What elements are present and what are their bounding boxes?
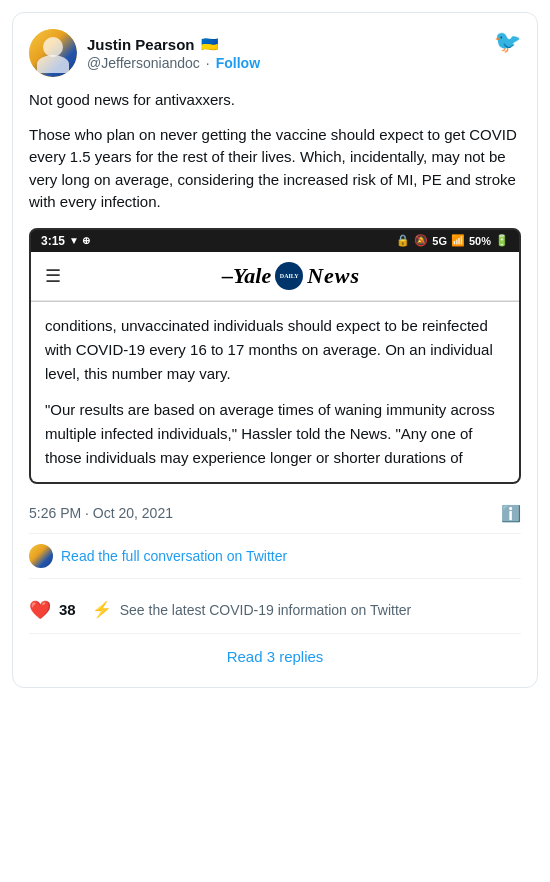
hamburger-menu-icon[interactable]: ☰ — [45, 265, 61, 287]
signal-bars-icon: 📶 — [451, 234, 465, 247]
yale-text: –Yale — [222, 263, 271, 289]
tweet-meta: 5:26 PM · Oct 20, 2021 ℹ️ — [29, 496, 521, 523]
news-text: News — [307, 263, 360, 289]
phone-screenshot: 3:15 ▼ ⊕ 🔒 🔕 5G 📶 50% 🔋 ☰ –Yale DAILY — [29, 228, 521, 484]
phone-content: ☰ –Yale DAILY News conditions, unvaccina… — [31, 252, 519, 482]
tweet-timestamp: 5:26 PM · Oct 20, 2021 — [29, 505, 173, 521]
mute-icon: 🔕 — [414, 234, 428, 247]
ukraine-flag-icon: 🇺🇦 — [201, 36, 218, 52]
twitter-bird-icon: 🐦 — [494, 29, 521, 55]
tweet-header: Justin Pearson 🇺🇦 @Jeffersoniandoc · Fol… — [29, 29, 521, 77]
dot-separator: · — [206, 55, 210, 71]
follow-button[interactable]: Follow — [216, 55, 260, 71]
network-label: 5G — [432, 235, 447, 247]
tweet-divider-2 — [29, 578, 521, 579]
read-convo-link-text[interactable]: Read the full conversation on Twitter — [61, 548, 287, 564]
user-handle-row: @Jeffersoniandoc · Follow — [87, 55, 260, 71]
tweet-text-p1: Not good news for antivaxxers. — [29, 89, 521, 112]
tweet-divider-3 — [29, 633, 521, 634]
article-p1: conditions, unvaccinated individuals sho… — [45, 314, 505, 386]
battery-label: 50% — [469, 235, 491, 247]
article-p2: "Our results are based on average times … — [45, 398, 505, 470]
status-right: 🔒 🔕 5G 📶 50% 🔋 — [396, 234, 509, 247]
yale-badge: DAILY — [275, 262, 303, 290]
lightning-icon[interactable]: ⚡ — [92, 600, 112, 619]
tweet-divider-1 — [29, 533, 521, 534]
mini-avatar — [29, 544, 53, 568]
user-info: Justin Pearson 🇺🇦 @Jeffersoniandoc · Fol… — [87, 36, 260, 71]
yale-logo: –Yale DAILY News — [77, 262, 505, 290]
covid-info-text: See the latest COVID-19 information on T… — [120, 602, 412, 618]
battery-icon: 🔋 — [495, 234, 509, 247]
heart-icon[interactable]: ❤️ — [29, 599, 51, 621]
user-handle: @Jeffersoniandoc — [87, 55, 200, 71]
article-text: conditions, unvaccinated individuals sho… — [31, 302, 519, 482]
phone-signal-icon: ▼ ⊕ — [69, 235, 90, 246]
tweet-header-left: Justin Pearson 🇺🇦 @Jeffersoniandoc · Fol… — [29, 29, 260, 77]
tweet-text-p2: Those who plan on never getting the vacc… — [29, 124, 521, 214]
tweet-text: Not good news for antivaxxers. Those who… — [29, 89, 521, 214]
avatar[interactable] — [29, 29, 77, 77]
tweet-card: Justin Pearson 🇺🇦 @Jeffersoniandoc · Fol… — [12, 12, 538, 688]
read-convo-row[interactable]: Read the full conversation on Twitter — [29, 544, 521, 568]
like-count: 38 — [59, 601, 76, 618]
status-left: 3:15 ▼ ⊕ — [41, 234, 90, 248]
user-name-row: Justin Pearson 🇺🇦 — [87, 36, 260, 53]
user-name: Justin Pearson — [87, 36, 195, 53]
phone-time: 3:15 — [41, 234, 65, 248]
phone-status-bar: 3:15 ▼ ⊕ 🔒 🔕 5G 📶 50% 🔋 — [31, 230, 519, 252]
yale-logo-text: –Yale DAILY News — [222, 262, 360, 290]
read-replies-button[interactable]: Read 3 replies — [29, 642, 521, 671]
lock-icon: 🔒 — [396, 234, 410, 247]
yale-news-header: ☰ –Yale DAILY News — [31, 252, 519, 301]
info-icon[interactable]: ℹ️ — [501, 504, 521, 523]
tweet-actions: ❤️ 38 ⚡ See the latest COVID-19 informat… — [29, 589, 521, 625]
